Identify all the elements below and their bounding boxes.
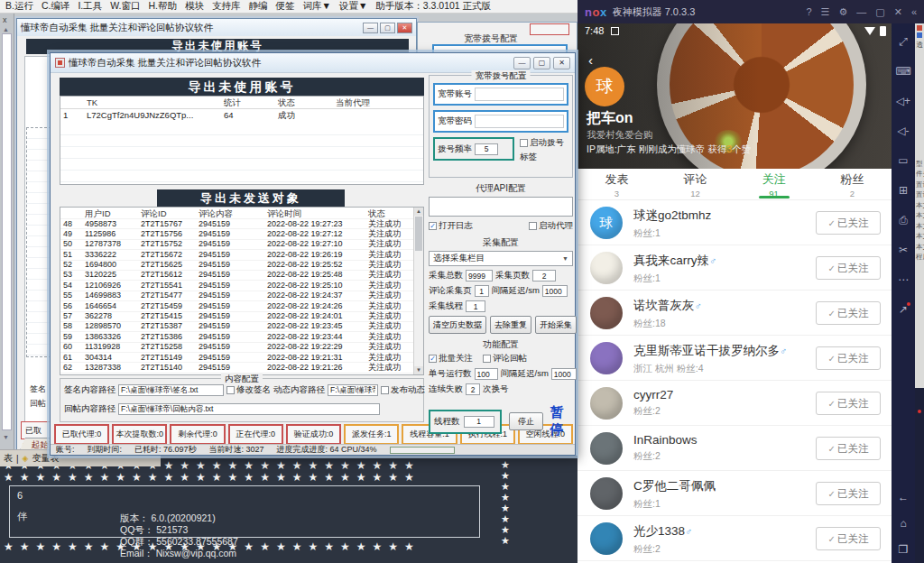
user-avatar[interactable] — [590, 387, 623, 420]
scroll-up-icon[interactable]: ▲ — [3, 26, 9, 32]
start-collect-button[interactable]: 开始采集 — [535, 316, 577, 334]
unsent-targets-table[interactable]: 用户ID 评论ID 评论内容 评论时间 状态 48 4958873 2T2T15… — [60, 207, 424, 375]
red-counter-box[interactable]: 正在代理:0 — [228, 424, 283, 445]
list-item[interactable]: 克里斯蒂亚诺干拔罗纳尔多♂ 浙江 杭州 粉丝:4 ✓已关注 — [578, 336, 892, 381]
minimize-icon[interactable]: — — [513, 57, 531, 69]
dedup-button[interactable]: 去除重复 — [490, 316, 531, 334]
dyn-path-input[interactable] — [328, 384, 378, 396]
table-row[interactable]: 54 12106926 2T2T15541 2945159 2022-08-22… — [60, 281, 423, 291]
panel-close-icon[interactable]: x — [3, 15, 7, 24]
thread-count-input[interactable] — [464, 416, 494, 428]
nox-titlebar[interactable]: nox 夜神模拟器 7.0.3.3 ? ☰ ⚙ — ▢ ✕ « — [578, 0, 924, 23]
scroll-down-icon[interactable]: ▼ — [3, 434, 9, 440]
settings-gear-icon[interactable]: ⚙ — [838, 6, 847, 18]
maximize-icon[interactable]: ▢ — [533, 57, 550, 69]
keyboard-icon[interactable]: ⌨ — [895, 66, 910, 77]
orange-counter-box[interactable]: 派发任务:1 — [344, 424, 399, 445]
minimize-icon[interactable]: — — [363, 23, 378, 33]
followed-button[interactable]: ✓已关注 — [816, 392, 881, 415]
followed-button[interactable]: ✓已关注 — [816, 437, 881, 460]
table-row[interactable]: 49 1125986 2T2T15756 2945159 2022-08-22 … — [60, 229, 423, 239]
checkbox-icon[interactable] — [529, 222, 537, 230]
video-record-icon[interactable]: ⊞ — [899, 185, 908, 196]
checkbox-icon[interactable] — [226, 386, 235, 394]
more-icon[interactable]: ⋯ — [898, 274, 909, 285]
collect-column-dropdown[interactable]: 选择采集栏目 ▼ — [429, 251, 573, 266]
collect-delay-input[interactable] — [542, 285, 568, 297]
user-avatar[interactable] — [590, 252, 623, 284]
shake-cut-icon[interactable]: ✂ — [899, 245, 908, 255]
followed-button[interactable]: ✓已关注 — [816, 256, 881, 280]
collect-pages-input[interactable] — [532, 270, 556, 282]
followed-button[interactable]: ✓已关注 — [816, 301, 881, 325]
user-avatar[interactable]: 球 — [590, 207, 623, 239]
menu-item[interactable]: C.编译 — [42, 0, 70, 13]
user-avatar[interactable] — [590, 297, 623, 329]
red-counter-box[interactable]: 验证成功:0 — [286, 424, 341, 445]
menu-item[interactable]: H.帮助 — [149, 0, 178, 13]
volume-down-icon[interactable]: ◁- — [897, 125, 909, 136]
dial-frequency-input[interactable] — [475, 143, 498, 155]
scroll-down-icon[interactable]: ▼ — [414, 366, 423, 374]
android-back-icon[interactable]: ← — [898, 491, 909, 503]
menu-item[interactable]: 支持库 — [212, 0, 241, 13]
start-proxy-checkbox[interactable]: 启动代理 — [529, 220, 573, 232]
list-item[interactable]: 诺坎普灰灰♂ 粉丝:18 ✓已关注 — [578, 291, 892, 336]
share-icon[interactable]: ↗ — [899, 304, 908, 315]
scrollbar[interactable]: ▲ ▼ — [413, 208, 423, 374]
collect-total-input[interactable] — [466, 270, 493, 282]
followed-button[interactable]: ✓已关注 — [816, 346, 881, 370]
table-row[interactable]: 51 3336222 2T2T15672 2945159 2022-08-22 … — [60, 250, 423, 260]
checkbox-icon[interactable] — [429, 355, 437, 363]
start-dial-checkbox[interactable]: 启动拨号 — [520, 137, 564, 149]
close-icon[interactable]: ✕ — [553, 57, 570, 69]
profile-tab[interactable]: 粉丝 2 — [813, 169, 892, 199]
profile-avatar[interactable]: 球 — [585, 67, 624, 106]
table-row[interactable]: 57 362278 2T2T15415 2945159 2022-08-22 1… — [60, 312, 423, 322]
red-counter-box[interactable]: 已取代理:0 — [54, 424, 109, 445]
fail-count-input[interactable] — [466, 383, 480, 395]
menu-item[interactable]: 设置▼ — [339, 0, 367, 13]
broadband-account-input[interactable] — [475, 88, 564, 101]
android-recents-icon[interactable]: ❐ — [899, 543, 909, 556]
close-icon[interactable]: ✕ — [894, 6, 902, 18]
user-avatar[interactable] — [590, 477, 623, 510]
checkbox-icon[interactable] — [381, 386, 389, 394]
collapse-sidebar-icon[interactable]: « — [911, 6, 917, 17]
batch-follow-checkbox[interactable]: 批量关注 — [429, 353, 473, 365]
menu-item[interactable]: 模块 — [185, 0, 204, 13]
red-counter-box[interactable]: 剩余代理:0 — [170, 424, 225, 445]
list-item[interactable]: 真我来carry辣♂ 粉丝:1 ✓已关注 — [578, 245, 892, 291]
profile-tab[interactable]: 关注 91 — [735, 169, 813, 199]
help-icon[interactable]: ? — [806, 6, 811, 17]
table-row[interactable]: 56 1646654 2T2T15459 2945159 2022-08-22 … — [60, 301, 423, 311]
menu-item[interactable]: W.窗口 — [110, 0, 140, 13]
profile-tab[interactable]: 评论 12 — [656, 169, 735, 199]
collect-threads-input[interactable] — [466, 300, 485, 312]
table-row[interactable]: 62 13287338 2T2T15140 2945159 2022-08-22… — [60, 363, 423, 373]
list-item[interactable]: C罗他二哥佩佩 粉丝:1 ✓已关注 — [578, 471, 892, 516]
user-avatar[interactable] — [590, 432, 623, 465]
func-delay-input[interactable] — [551, 368, 577, 380]
list-item[interactable]: cyyrr27 粉丝:2 ✓已关注 — [578, 381, 892, 426]
tab-table[interactable]: 表 — [4, 452, 13, 465]
proxy-api-input[interactable] — [429, 197, 573, 217]
table-row[interactable]: 1 L72CgTf2n4U9JNzZ6QTp... 64 成功 — [60, 109, 423, 122]
minimize-icon[interactable]: — — [856, 6, 866, 17]
menu-icon[interactable]: ☰ — [821, 6, 830, 18]
table-row[interactable]: 55 14699883 2T2T15477 2945159 2022-08-22… — [60, 291, 423, 301]
list-item[interactable]: 球 球迷go2tbmhz 粉丝:1 ✓已关注 — [578, 200, 892, 245]
followed-button[interactable]: ✓已关注 — [816, 211, 881, 235]
stop-button[interactable]: 停止 — [509, 412, 542, 430]
checkbox-icon[interactable] — [429, 222, 437, 230]
app-install-icon[interactable]: ⎙ — [899, 215, 908, 226]
user-avatar[interactable] — [590, 342, 623, 374]
checkbox-icon[interactable] — [483, 355, 491, 363]
pause-button[interactable]: 暂停 — [550, 404, 573, 438]
broadband-password-input[interactable] — [475, 115, 564, 128]
comment-reply-checkbox[interactable]: 评论回帖 — [483, 353, 527, 365]
back-arrow-icon[interactable]: ‹ — [588, 52, 593, 68]
sign-path-input[interactable] — [118, 384, 224, 396]
table-row[interactable]: 53 3120225 2T2T15612 2945159 2022-08-22 … — [60, 271, 423, 281]
reply-path-input[interactable] — [118, 403, 380, 415]
